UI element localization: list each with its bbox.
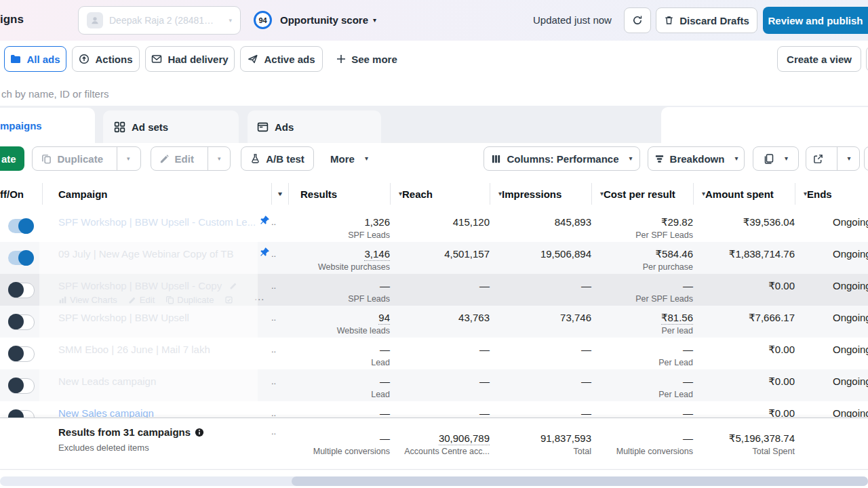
campaign-name-link[interactable]: New Sales campaign	[58, 407, 258, 418]
header-truncated[interactable]: ▾	[271, 178, 288, 210]
columns-button[interactable]: Columns: Performance ▾	[484, 146, 640, 171]
campaign-toggle[interactable]	[8, 346, 35, 362]
date-panel: Maximum: 11 Jun 2023 - 11 Jul 2025	[661, 107, 868, 143]
reports-button[interactable]: ▾	[753, 146, 799, 171]
columns-icon	[491, 154, 501, 164]
info-icon[interactable]	[195, 428, 204, 437]
filter-see-more[interactable]: See more	[330, 46, 404, 72]
pin-icon[interactable]	[260, 247, 270, 257]
edit-action[interactable]: Edit	[128, 295, 155, 305]
footer-results-total: — Multiple conversions	[288, 418, 395, 474]
horizontal-scrollbar[interactable]	[0, 476, 868, 486]
duplicate-button[interactable]: Duplicate ▾	[32, 146, 141, 171]
header-off-on[interactable]: ff/On	[0, 178, 42, 210]
spent-cell: ₹0.00	[693, 401, 800, 418]
account-name: Deepak Raja 2 (2848179...	[109, 15, 218, 26]
campaign-name-link[interactable]: SMM Eboo | 26 June | Mail 7 lakh	[58, 344, 258, 355]
view-charts-action[interactable]: View Charts	[58, 295, 117, 305]
campaign-toggle[interactable]	[8, 251, 33, 265]
pencil-icon	[229, 281, 238, 290]
duplicate-dropdown[interactable]: ▾	[117, 147, 140, 170]
campaign-name-link[interactable]: SPF Workshop | BBW Upsell - Copy	[58, 280, 258, 291]
cost-cell: —	[591, 401, 698, 418]
search-input[interactable]	[0, 84, 288, 103]
create-button[interactable]: ate	[0, 146, 24, 171]
campaign-name-link[interactable]: New Leads campaign	[58, 375, 258, 387]
chevron-down-icon: ▾	[365, 155, 368, 162]
grid-icon	[114, 121, 125, 133]
edge-button[interactable]	[864, 146, 868, 171]
opportunity-score-label[interactable]: Opportunity score ▾	[280, 14, 376, 26]
ab-test-button[interactable]: A/B test	[241, 146, 314, 171]
note-icon	[224, 296, 233, 304]
chevron-down-icon: ▾	[127, 156, 130, 162]
campaign-toggle[interactable]	[8, 219, 33, 233]
refresh-button[interactable]	[624, 7, 651, 33]
truncated-column: ..	[271, 426, 288, 436]
ad-frame-icon	[257, 121, 269, 133]
header-campaign[interactable]: Campaign ▾	[47, 178, 286, 210]
results-cell: —	[288, 401, 395, 418]
discard-drafts-button[interactable]: Discard Drafts	[656, 7, 757, 33]
campaign-toggle[interactable]	[8, 410, 35, 418]
results-value[interactable]: 3,146	[364, 248, 390, 261]
table-row: New Sales campaign..————₹0.00Ongoing	[0, 401, 868, 418]
filter-had-delivery[interactable]: Had delivery	[145, 46, 235, 72]
table-footer: Results from 31 campaigns Excludes delet…	[0, 418, 868, 470]
edit-button[interactable]: Edit ▾	[151, 146, 231, 171]
flask-icon	[250, 153, 260, 164]
review-and-publish-button[interactable]: Review and publish	[763, 7, 868, 34]
campaign-name-link[interactable]: 09 July | New Age Webinar Copy of TB	[58, 248, 258, 260]
table-row: SPF Workshop | BBW Upsell..94Website lea…	[0, 306, 868, 338]
pin-icon[interactable]	[260, 215, 270, 225]
export-dropdown[interactable]: ▾	[837, 147, 860, 170]
trash-icon	[664, 15, 674, 26]
top-bar: igns Deepak Raja 2 (2848179... ▾ 94 Oppo…	[0, 0, 868, 41]
truncated-column: ..	[271, 401, 288, 418]
edit-dropdown[interactable]: ▾	[208, 147, 231, 170]
note-action[interactable]	[224, 296, 233, 304]
chevron-down-icon: ▾	[278, 190, 281, 197]
results-value[interactable]: 94	[378, 312, 390, 325]
duplicate-action[interactable]: Duplicate	[165, 295, 214, 305]
refresh-icon	[632, 15, 643, 26]
send-icon	[248, 54, 258, 64]
reach-cell: —	[390, 401, 495, 418]
more-button[interactable]: More ▾	[326, 146, 373, 171]
account-selector[interactable]: Deepak Raja 2 (2848179... ▾	[78, 6, 241, 35]
tab-ad-sets[interactable]: Ad sets	[103, 110, 239, 143]
level-tabs: mpaigns Ad sets Ads Maximum: 11 Jun 2023…	[0, 106, 868, 143]
row-hover-actions: View ChartsEditDuplicate⋯	[58, 293, 264, 306]
folder-icon	[10, 54, 21, 64]
chevron-down-icon: ▾	[629, 155, 633, 162]
breakdown-icon	[654, 154, 665, 164]
create-a-view-button[interactable]: Create a view	[777, 46, 861, 72]
more-actions-ellipsis[interactable]: ⋯	[254, 293, 264, 306]
export-button[interactable]: ▾	[806, 146, 860, 171]
table-row: SMM Eboo | 26 June | Mail 7 lakh..—Lead—…	[0, 338, 868, 370]
breakdown-button[interactable]: Breakdown ▾	[648, 146, 745, 171]
ends-cell: Ongoing	[833, 401, 868, 418]
campaign-toggle[interactable]	[8, 283, 35, 298]
cost-value[interactable]: ₹81.56	[661, 312, 693, 325]
filter-bar: All ads Actions Had delivery Active ads …	[0, 41, 868, 80]
table-row: SPF Workshop | BBW Upsell - Custom Le...…	[0, 210, 868, 243]
campaign-name-link[interactable]: SPF Workshop | BBW Upsell - Custom Le...	[58, 216, 258, 228]
filter-actions[interactable]: Actions	[72, 46, 140, 72]
chevron-down-icon: ▾	[847, 155, 850, 162]
ads-manager-screen: igns Deepak Raja 2 (2848179... ▾ 94 Oppo…	[0, 0, 868, 488]
scrollbar-thumb[interactable]	[292, 476, 868, 486]
header-ends[interactable]: Ends ▾	[795, 178, 868, 210]
filter-active-ads[interactable]: Active ads	[240, 46, 323, 72]
campaign-toggle[interactable]	[8, 378, 35, 394]
tab-campaigns[interactable]: mpaigns	[0, 108, 95, 143]
arrow-up-circle-icon	[79, 54, 90, 64]
campaign-toggle[interactable]	[8, 314, 35, 330]
reports-icon	[764, 153, 774, 164]
edit-pencil-icon[interactable]	[229, 281, 238, 290]
copy-icon	[165, 296, 174, 304]
envelope-icon	[151, 54, 162, 64]
filter-all-ads[interactable]: All ads	[4, 46, 66, 72]
campaign-name-link[interactable]: SPF Workshop | BBW Upsell	[58, 312, 258, 323]
tab-ads[interactable]: Ads	[248, 110, 381, 143]
